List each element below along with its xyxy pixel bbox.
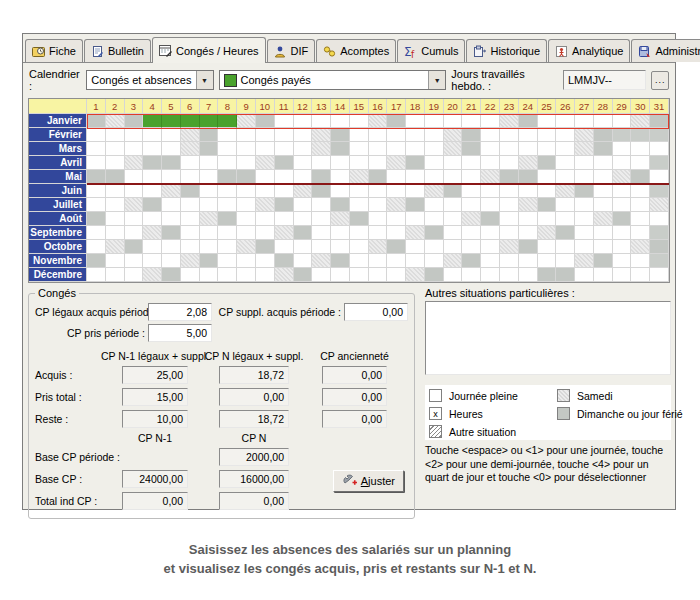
day-cell-dimanche-ou-jour-ferie[interactable] (256, 114, 275, 128)
day-cell-dimanche-ou-jour-ferie[interactable] (162, 156, 181, 170)
day-cell-journee-ouvree[interactable] (200, 226, 219, 240)
day-cell-samedi[interactable] (312, 142, 331, 156)
day-cell-journee-ouvree[interactable] (237, 212, 256, 226)
day-cell-journee-ouvree[interactable] (350, 142, 369, 156)
day-cell-journee-ouvree[interactable] (218, 240, 237, 254)
day-cell-journee-ouvree[interactable] (369, 212, 388, 226)
day-cell-journee-ouvree[interactable] (650, 142, 669, 156)
tab-administratif[interactable]: Administratif (631, 39, 700, 62)
cp-pris-field[interactable]: 5,00 (148, 324, 212, 342)
day-cell-dimanche-ou-jour-ferie[interactable] (556, 226, 575, 240)
day-cell-journee-ouvree[interactable] (594, 268, 613, 282)
day-cell-dimanche-ou-jour-ferie[interactable] (87, 170, 106, 184)
day-cell-dimanche-ou-jour-ferie[interactable] (181, 184, 200, 198)
day-cell-journee-ouvree[interactable] (181, 156, 200, 170)
day-cell-hors-mois[interactable] (650, 156, 669, 170)
day-cell-journee-ouvree[interactable] (87, 156, 106, 170)
day-cell-dimanche-ou-jour-ferie[interactable] (519, 240, 538, 254)
day-cell-journee-ouvree[interactable] (369, 142, 388, 156)
day-cell-journee-ouvree[interactable] (519, 184, 538, 198)
day-cell-journee-ouvree[interactable] (87, 226, 106, 240)
day-cell-journee-ouvree[interactable] (500, 156, 519, 170)
day-cell-journee-ouvree[interactable] (125, 170, 144, 184)
day-cell-journee-ouvree[interactable] (425, 254, 444, 268)
day-cell-samedi[interactable] (294, 184, 313, 198)
day-cell-journee-ouvree[interactable] (106, 268, 125, 282)
day-cell-dimanche-ou-jour-ferie[interactable] (369, 170, 388, 184)
day-cell-journee-ouvree[interactable] (519, 268, 538, 282)
day-cell-journee-ouvree[interactable] (237, 254, 256, 268)
day-cell-journee-ouvree[interactable] (369, 156, 388, 170)
day-cell-journee-ouvree[interactable] (631, 142, 650, 156)
day-cell-journee-ouvree[interactable] (312, 226, 331, 240)
day-cell-journee-ouvree[interactable] (275, 170, 294, 184)
day-cell-dimanche-ou-jour-ferie[interactable] (462, 254, 481, 268)
day-cell-samedi[interactable] (462, 212, 481, 226)
day-cell-journee-ouvree[interactable] (200, 198, 219, 212)
day-cell-dimanche-ou-jour-ferie[interactable] (331, 254, 350, 268)
day-cell-journee-ouvree[interactable] (500, 142, 519, 156)
day-cell-conges-payes[interactable] (162, 114, 181, 128)
autres-situations-listbox[interactable] (425, 301, 671, 375)
day-cell-journee-ouvree[interactable] (594, 114, 613, 128)
day-cell-samedi[interactable] (406, 226, 425, 240)
cp-legaux-field[interactable]: 2,08 (148, 303, 212, 321)
day-cell-dimanche-ou-jour-ferie[interactable] (106, 170, 125, 184)
day-cell-journee-ouvree[interactable] (369, 226, 388, 240)
day-cell-dimanche-ou-jour-ferie[interactable] (519, 170, 538, 184)
day-cell-conges-payes[interactable] (181, 114, 200, 128)
day-cell-samedi[interactable] (556, 184, 575, 198)
day-cell-journee-ouvree[interactable] (125, 142, 144, 156)
day-cell-dimanche-ou-jour-ferie[interactable] (350, 212, 369, 226)
day-cell-dimanche-ou-jour-ferie[interactable] (162, 226, 181, 240)
day-cell-journee-ouvree[interactable] (275, 128, 294, 142)
day-cell-journee-ouvree[interactable] (256, 184, 275, 198)
day-cell-journee-ouvree[interactable] (256, 170, 275, 184)
day-cell-conges-payes[interactable] (200, 114, 219, 128)
day-cell-journee-ouvree[interactable] (500, 184, 519, 198)
day-cell-journee-ouvree[interactable] (387, 170, 406, 184)
day-cell-samedi[interactable] (444, 142, 463, 156)
day-cell-journee-ouvree[interactable] (519, 142, 538, 156)
day-cell-journee-ouvree[interactable] (575, 114, 594, 128)
day-cell-journee-ouvree[interactable] (481, 254, 500, 268)
day-cell-samedi[interactable] (181, 128, 200, 142)
day-cell-journee-ouvree[interactable] (143, 128, 162, 142)
day-cell-journee-ouvree[interactable] (218, 142, 237, 156)
day-cell-dimanche-ou-jour-ferie[interactable] (462, 142, 481, 156)
day-cell-journee-ouvree[interactable] (312, 268, 331, 282)
day-cell-journee-ouvree[interactable] (162, 254, 181, 268)
day-cell-journee-ouvree[interactable] (162, 198, 181, 212)
day-cell-samedi[interactable] (162, 184, 181, 198)
day-cell-dimanche-ou-jour-ferie[interactable] (143, 198, 162, 212)
day-cell-journee-ouvree[interactable] (462, 198, 481, 212)
day-cell-journee-ouvree[interactable] (331, 170, 350, 184)
day-cell-journee-ouvree[interactable] (519, 212, 538, 226)
day-cell-journee-ouvree[interactable] (500, 198, 519, 212)
tab-historique[interactable]: Historique (466, 39, 547, 62)
day-cell-dimanche-ou-jour-ferie[interactable] (631, 170, 650, 184)
day-cell-journee-ouvree[interactable] (350, 198, 369, 212)
day-cell-samedi[interactable] (631, 240, 650, 254)
day-cell-journee-ouvree[interactable] (462, 170, 481, 184)
day-cell-samedi[interactable] (519, 156, 538, 170)
day-cell-dimanche-ou-jour-ferie[interactable] (387, 240, 406, 254)
day-cell-samedi[interactable] (387, 156, 406, 170)
day-cell-journee-ouvree[interactable] (406, 114, 425, 128)
day-cell-samedi[interactable] (256, 156, 275, 170)
day-cell-journee-ouvree[interactable] (556, 170, 575, 184)
day-cell-journee-ouvree[interactable] (613, 240, 632, 254)
day-cell-dimanche-ou-jour-ferie[interactable] (613, 212, 632, 226)
day-cell-journee-ouvree[interactable] (200, 156, 219, 170)
day-cell-conges-payes[interactable] (218, 114, 237, 128)
day-cell-samedi[interactable] (350, 170, 369, 184)
day-cell-journee-ouvree[interactable] (369, 184, 388, 198)
day-cell-journee-ouvree[interactable] (631, 226, 650, 240)
day-cell-samedi[interactable] (631, 114, 650, 128)
day-cell-samedi[interactable] (369, 240, 388, 254)
day-cell-journee-ouvree[interactable] (575, 156, 594, 170)
day-cell-dimanche-ou-jour-ferie[interactable] (575, 184, 594, 198)
day-cell-journee-ouvree[interactable] (481, 226, 500, 240)
day-cell-samedi[interactable] (106, 240, 125, 254)
day-cell-journee-ouvree[interactable] (294, 114, 313, 128)
